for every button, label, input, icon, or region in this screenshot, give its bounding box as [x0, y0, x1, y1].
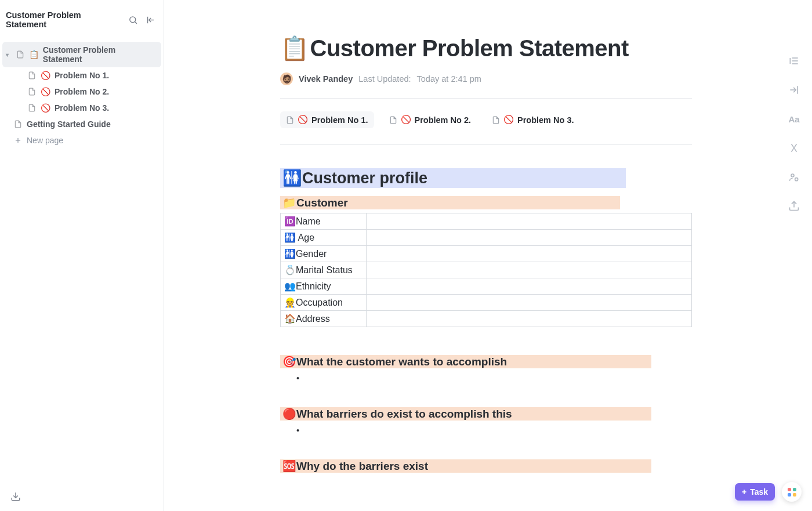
row-label-cell[interactable]: 💍Marital Status — [281, 262, 367, 278]
clipboard-emoji: 📋 — [29, 50, 39, 59]
plus-icon: + — [742, 487, 746, 496]
sidebar-item-problem-2[interactable]: 🚫 Problem No 2. — [2, 84, 161, 100]
author-avatar[interactable]: 🧔🏽 — [280, 73, 293, 85]
sidebar-item-getting-started[interactable]: Getting Started Guide — [2, 116, 161, 132]
bullet-item[interactable]: • — [296, 425, 692, 435]
table-row: 🚻Gender — [281, 246, 692, 262]
heading-why-barriers[interactable]: 🆘 Why do the barriers exist — [280, 459, 651, 473]
export-icon[interactable] — [786, 198, 802, 213]
clipboard-emoji: 📋 — [280, 35, 309, 62]
sidebar-footer — [0, 484, 164, 511]
svg-point-0 — [129, 16, 135, 22]
heading-text: Why do the barriers exist — [296, 460, 428, 473]
row-label-cell[interactable]: 🚻Gender — [281, 246, 367, 262]
task-button-label: Task — [750, 487, 768, 496]
red-circle-emoji: 🔴 — [282, 407, 296, 421]
row-label-cell[interactable]: 👷Occupation — [281, 295, 367, 311]
heading-accomplish[interactable]: 🎯 What the customer wants to accomplish — [280, 355, 651, 368]
chip-problem-2[interactable]: 🚫 Problem No 2. — [383, 111, 477, 128]
restroom-emoji: 🚻 — [282, 169, 302, 187]
chip-label: Problem No 3. — [517, 115, 574, 125]
row-label-cell[interactable]: 🆔Name — [281, 213, 367, 230]
sos-emoji: 🆘 — [282, 459, 296, 473]
search-icon[interactable] — [126, 13, 139, 26]
last-updated-value: Today at 2:41 pm — [417, 74, 481, 84]
typography-icon[interactable]: Aa — [786, 111, 802, 126]
doc-title[interactable]: 📋 Customer Problem Statement — [280, 35, 692, 62]
doc-title-text: Customer Problem Statement — [310, 35, 629, 61]
caret-down-icon[interactable]: ▾ — [6, 52, 13, 58]
apps-grid-icon — [788, 488, 796, 496]
prohibited-emoji: 🚫 — [503, 115, 514, 125]
svg-point-13 — [791, 174, 794, 177]
share-icon[interactable] — [786, 169, 802, 184]
sidebar-item-label: Customer Problem Statement — [43, 45, 157, 64]
row-value-cell[interactable] — [367, 262, 692, 278]
folder-emoji: 📁 — [282, 196, 296, 209]
customer-table: 🆔Name🚻 Age🚻Gender💍Marital Status👥Ethnici… — [280, 213, 692, 327]
floating-actions: + Task — [735, 482, 802, 502]
right-toolbar: Aa — [776, 0, 812, 511]
row-value-cell[interactable] — [367, 311, 692, 327]
author-name[interactable]: Vivek Pandey — [299, 74, 353, 84]
prohibited-emoji: 🚫 — [41, 87, 51, 96]
ai-icon[interactable] — [786, 140, 802, 155]
divider — [280, 144, 692, 145]
main-content: 📋 Customer Problem Statement 🧔🏽 Vivek Pa… — [164, 0, 812, 511]
sidebar-item-label: Problem No 2. — [55, 87, 109, 96]
prohibited-emoji: 🚫 — [41, 103, 51, 113]
svg-point-14 — [795, 178, 798, 181]
prohibited-emoji: 🚫 — [298, 115, 308, 125]
row-value-cell[interactable] — [367, 213, 692, 230]
row-value-cell[interactable] — [367, 295, 692, 311]
page-icon — [28, 88, 37, 96]
bullet-item[interactable]: • — [296, 373, 692, 383]
new-page-button[interactable]: New page — [2, 132, 161, 148]
chip-problem-3[interactable]: 🚫 Problem No 3. — [486, 111, 580, 128]
sidebar-item-customer-problem-statement[interactable]: ▾ 📋 Customer Problem Statement — [2, 42, 161, 67]
row-value-cell[interactable] — [367, 278, 692, 295]
page-icon — [16, 50, 26, 59]
heading-customer-profile[interactable]: 🚻 Customer profile — [280, 168, 626, 188]
heading-text: Customer profile — [302, 169, 427, 187]
heading-customer[interactable]: 📁 Customer — [280, 196, 620, 209]
table-row: 🚻 Age — [281, 230, 692, 246]
page-icon — [28, 104, 37, 112]
row-label-cell[interactable]: 🚻 Age — [281, 230, 367, 246]
sidebar-header: Customer Problem Statement — [0, 0, 164, 39]
svg-line-1 — [135, 21, 136, 23]
subpage-chips: 🚫 Problem No 1. 🚫 Problem No 2. 🚫 Proble… — [280, 111, 692, 128]
table-row: 💍Marital Status — [281, 262, 692, 278]
sidebar-nav: ▾ 📋 Customer Problem Statement 🚫 Problem… — [0, 39, 164, 484]
row-label-cell[interactable]: 🏠Address — [281, 311, 367, 327]
new-task-button[interactable]: + Task — [735, 483, 775, 501]
sidebar-item-problem-3[interactable]: 🚫 Problem No 3. — [2, 100, 161, 116]
page-icon — [492, 116, 500, 124]
heading-text: What the customer wants to accomplish — [296, 356, 507, 368]
outline-icon[interactable] — [786, 53, 802, 68]
apps-button[interactable] — [782, 482, 802, 502]
new-page-label: New page — [27, 136, 63, 145]
heading-barriers[interactable]: 🔴 What barriers do exist to accomplish t… — [280, 407, 651, 421]
page-icon — [286, 116, 294, 124]
sidebar-item-problem-1[interactable]: 🚫 Problem No 1. — [2, 67, 161, 84]
page-icon — [389, 116, 397, 124]
workspace-title: Customer Problem Statement — [6, 10, 122, 29]
doc-meta: 🧔🏽 Vivek Pandey Last Updated: Today at 2… — [280, 73, 692, 85]
sidebar-item-label: Problem No 1. — [55, 71, 109, 80]
expand-icon[interactable] — [786, 82, 802, 97]
collapse-sidebar-icon[interactable] — [144, 13, 157, 26]
table-row: 🏠Address — [281, 311, 692, 327]
row-label-cell[interactable]: 👥Ethnicity — [281, 278, 367, 295]
last-updated-label: Last Updated: — [358, 74, 411, 84]
plus-icon — [14, 136, 23, 144]
chip-problem-1[interactable]: 🚫 Problem No 1. — [280, 111, 374, 128]
divider — [280, 98, 692, 99]
heading-text: Customer — [296, 197, 348, 209]
prohibited-emoji: 🚫 — [401, 115, 411, 125]
import-icon[interactable] — [9, 490, 22, 503]
row-value-cell[interactable] — [367, 246, 692, 262]
row-value-cell[interactable] — [367, 230, 692, 246]
chip-label: Problem No 1. — [311, 115, 368, 125]
table-row: 🆔Name — [281, 213, 692, 230]
